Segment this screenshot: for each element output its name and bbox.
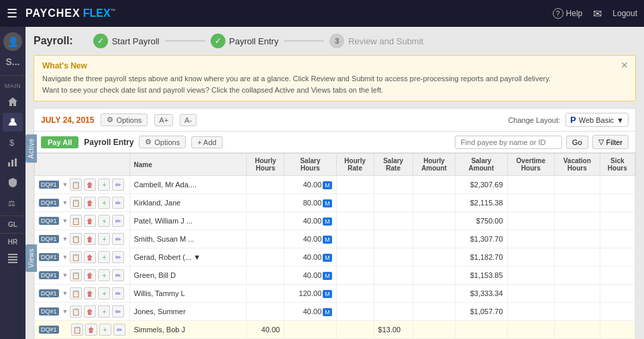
hourly-rate-cell[interactable]	[336, 267, 374, 285]
add-row-button[interactable]: +	[98, 233, 110, 245]
delete-button[interactable]: 🗑	[85, 324, 97, 336]
copy-button[interactable]: 📋	[70, 251, 82, 263]
delete-button[interactable]: 🗑	[84, 179, 96, 191]
copy-button[interactable]: 📋	[70, 269, 82, 281]
overtime-hours-cell[interactable]	[507, 176, 554, 194]
delete-button[interactable]: 🗑	[84, 269, 96, 281]
vacation-hours-cell[interactable]	[554, 321, 600, 339]
dropdown-arrow[interactable]: ▼	[62, 272, 68, 279]
views-tab[interactable]: Views	[25, 244, 37, 272]
hourly-amount-cell[interactable]	[413, 194, 455, 212]
sidebar-item-dollar[interactable]: $	[3, 133, 23, 152]
add-row-button[interactable]: +	[98, 287, 110, 299]
sidebar-gl-label[interactable]: GL	[8, 221, 17, 228]
salary-hours-cell[interactable]: 40.00M	[284, 230, 337, 248]
vacation-hours-cell[interactable]	[554, 267, 600, 285]
add-row-button[interactable]: +	[98, 215, 110, 227]
dropdown-arrow[interactable]: ▼	[62, 290, 68, 297]
add-row-button[interactable]: +	[99, 324, 111, 336]
dropdown-arrow[interactable]: ▼	[62, 308, 68, 315]
salary-hours-cell[interactable]: 40.00M	[284, 248, 337, 267]
sick-hours-cell[interactable]	[600, 321, 635, 339]
dropdown-arrow[interactable]: ▼	[62, 236, 68, 242]
edit-button[interactable]: ✏	[112, 179, 124, 191]
salary-amount-cell[interactable]: $1,057.70	[455, 303, 507, 321]
edit-button[interactable]: ✏	[112, 269, 124, 281]
step2-label[interactable]: Payroll Entry	[229, 36, 279, 46]
salary-hours-cell[interactable]: 40.00M	[284, 176, 337, 194]
edit-button[interactable]: ✏	[112, 305, 124, 318]
sidebar-item-chart[interactable]	[3, 153, 23, 172]
font-smaller-button[interactable]: A-	[180, 114, 197, 126]
copy-button[interactable]: 📋	[70, 233, 82, 245]
edit-button[interactable]: ✏	[112, 287, 124, 299]
hourly-hours-cell[interactable]	[247, 176, 284, 194]
salary-amount-cell[interactable]: $2,307.69	[455, 176, 507, 194]
sidebar-hr-label[interactable]: HR	[8, 238, 17, 246]
hourly-hours-cell[interactable]	[247, 267, 284, 285]
salary-amount-cell[interactable]: $1,153.85	[455, 267, 507, 285]
add-row-button[interactable]: +	[98, 251, 110, 263]
sick-hours-cell[interactable]	[600, 176, 635, 194]
help-link[interactable]: ? Help	[553, 8, 583, 19]
salary-rate-cell[interactable]	[374, 230, 413, 248]
salary-amount-cell[interactable]: $3,333.34	[455, 285, 507, 303]
overtime-hours-cell[interactable]	[507, 248, 554, 267]
vacation-hours-cell[interactable]	[554, 194, 600, 212]
edit-button[interactable]: ✏	[112, 197, 124, 209]
hourly-hours-cell[interactable]	[247, 194, 284, 212]
add-row-button[interactable]: +	[98, 197, 110, 209]
edit-button[interactable]: ✏	[112, 233, 124, 245]
vacation-hours-cell[interactable]	[554, 248, 600, 267]
delete-button[interactable]: 🗑	[84, 197, 96, 209]
hourly-hours-cell[interactable]	[247, 248, 284, 267]
sidebar-item-people[interactable]	[3, 113, 23, 132]
dropdown-arrow[interactable]: ▼	[62, 254, 68, 260]
hourly-amount-cell[interactable]	[413, 176, 455, 194]
add-button[interactable]: + Add	[191, 136, 222, 148]
add-row-button[interactable]: +	[98, 269, 110, 281]
vacation-hours-cell[interactable]	[554, 230, 600, 248]
salary-rate-cell[interactable]: $13.00	[374, 321, 413, 339]
hourly-rate-cell[interactable]	[336, 212, 374, 230]
sidebar-item-shield[interactable]	[3, 173, 23, 192]
font-larger-button[interactable]: A+	[154, 114, 173, 126]
overtime-hours-cell[interactable]	[507, 194, 554, 212]
delete-button[interactable]: 🗑	[84, 287, 96, 299]
salary-amount-cell[interactable]: $1,182.70	[455, 248, 507, 267]
search-input[interactable]	[455, 136, 562, 149]
hourly-amount-cell[interactable]	[413, 212, 455, 230]
vacation-hours-cell[interactable]	[554, 303, 600, 321]
dropdown-arrow[interactable]: ▼	[62, 181, 68, 188]
dropdown-arrow[interactable]: ▼	[62, 217, 68, 224]
salary-hours-cell[interactable]	[284, 321, 337, 339]
hourly-rate-cell[interactable]	[336, 285, 374, 303]
logout-link[interactable]: Logout	[612, 9, 637, 18]
edit-button[interactable]: ✏	[113, 324, 125, 336]
sick-hours-cell[interactable]	[600, 285, 635, 303]
hourly-rate-cell[interactable]	[336, 176, 374, 194]
copy-button[interactable]: 📋	[71, 324, 83, 336]
sick-hours-cell[interactable]	[600, 303, 635, 321]
hourly-amount-cell[interactable]	[413, 285, 455, 303]
sidebar-item-scale[interactable]: ⚖	[3, 193, 23, 212]
vacation-hours-cell[interactable]	[554, 285, 600, 303]
step3-label[interactable]: Review and Submit	[348, 36, 423, 46]
step1-label[interactable]: Start Payroll	[112, 36, 160, 46]
sick-hours-cell[interactable]	[600, 267, 635, 285]
salary-hours-cell[interactable]: 40.00M	[284, 267, 337, 285]
go-button[interactable]: Go	[566, 136, 588, 149]
sick-hours-cell[interactable]	[600, 212, 635, 230]
salary-rate-cell[interactable]	[374, 176, 413, 194]
hourly-hours-cell[interactable]	[247, 285, 284, 303]
salary-hours-cell[interactable]: 120.00M	[284, 285, 337, 303]
salary-amount-cell[interactable]: $1,307.70	[455, 230, 507, 248]
entry-options-button[interactable]: ⚙ Options	[139, 136, 186, 148]
delete-button[interactable]: 🗑	[84, 251, 96, 263]
hourly-hours-cell[interactable]: 40.00	[247, 321, 284, 339]
messages-link[interactable]: ✉	[593, 7, 602, 20]
salary-amount-cell[interactable]	[455, 321, 507, 339]
filter-button[interactable]: ▽ Filter	[592, 135, 629, 149]
copy-button[interactable]: 📋	[70, 179, 82, 191]
copy-button[interactable]: 📋	[70, 305, 82, 318]
